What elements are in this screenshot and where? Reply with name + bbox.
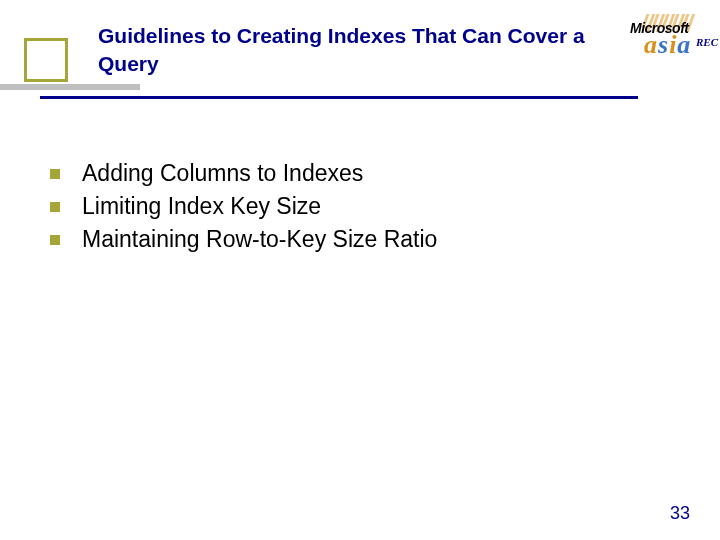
- slide: Guidelines to Creating Indexes That Can …: [0, 0, 720, 540]
- slide-title: Guidelines to Creating Indexes That Can …: [98, 22, 628, 79]
- bullet-icon: [50, 202, 60, 212]
- title-accent-square: [24, 38, 68, 82]
- list-item: Adding Columns to Indexes: [50, 160, 650, 187]
- slide-title-block: Guidelines to Creating Indexes That Can …: [98, 22, 628, 79]
- page-number: 33: [670, 503, 690, 524]
- list-item: Limiting Index Key Size: [50, 193, 650, 220]
- bullet-text: Adding Columns to Indexes: [82, 160, 363, 187]
- logo-sub-text: asia: [644, 30, 691, 60]
- title-underline: [40, 96, 638, 99]
- bullet-icon: [50, 235, 60, 245]
- bullet-icon: [50, 169, 60, 179]
- bullet-list: Adding Columns to Indexes Limiting Index…: [50, 160, 650, 259]
- bullet-text: Maintaining Row-to-Key Size Ratio: [82, 226, 437, 253]
- bullet-text: Limiting Index Key Size: [82, 193, 321, 220]
- list-item: Maintaining Row-to-Key Size Ratio: [50, 226, 650, 253]
- logo-tag: REC: [696, 36, 718, 48]
- title-accent-bar-grey: [0, 84, 140, 90]
